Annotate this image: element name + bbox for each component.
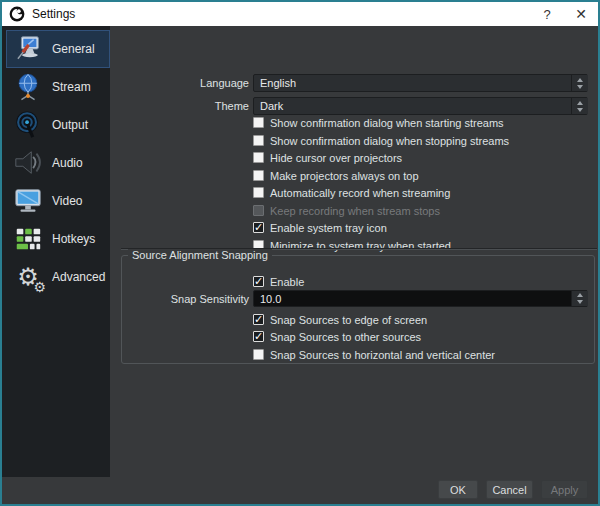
checkbox-snap-other-sources[interactable]: Snap Sources to other sources xyxy=(253,330,421,343)
obs-logo-icon xyxy=(9,6,25,22)
theme-label: Theme xyxy=(120,97,249,115)
chevron-up-icon xyxy=(577,293,583,297)
checkbox-auto-record-when-streaming[interactable]: Automatically record when streaming xyxy=(253,186,450,199)
sidebar-item-advanced[interactable]: ⚙ ⚙ Advanced xyxy=(6,258,110,296)
theme-select[interactable]: Dark xyxy=(253,97,588,115)
checkbox-indicator[interactable] xyxy=(253,135,264,146)
titlebar: Settings ? ✕ xyxy=(2,2,598,26)
sidebar-item-video[interactable]: Video xyxy=(6,182,110,220)
window-title: Settings xyxy=(32,7,75,21)
checkbox-confirm-start-stream[interactable]: Show confirmation dialog when starting s… xyxy=(253,116,504,129)
checkbox-snapping-enable[interactable]: Enable xyxy=(253,275,304,288)
snap-sensitivity-input[interactable] xyxy=(253,290,588,307)
checkbox-indicator[interactable] xyxy=(253,349,264,360)
sidebar-item-label: Advanced xyxy=(52,270,105,284)
ok-button[interactable]: OK xyxy=(438,480,478,499)
checkbox-indicator[interactable] xyxy=(253,222,264,233)
language-label: Language xyxy=(120,74,249,92)
content-area: General Stream xyxy=(2,26,598,504)
checkbox-label: Hide cursor over projectors xyxy=(270,152,402,164)
checkbox-label: Keep recording when stream stops xyxy=(270,205,440,217)
checkbox-projectors-on-top[interactable]: Make projectors always on top xyxy=(253,169,419,182)
sidebar-item-output[interactable]: Output xyxy=(6,106,110,144)
checkbox-confirm-stop-stream[interactable]: Show confirmation dialog when stopping s… xyxy=(253,134,509,147)
apply-button[interactable]: Apply xyxy=(541,480,588,499)
snap-sensitivity-value[interactable] xyxy=(260,292,567,307)
keyboard-icon xyxy=(13,224,43,254)
chevron-up-icon xyxy=(577,78,583,82)
checkbox-label: Show confirmation dialog when starting s… xyxy=(270,117,504,129)
cancel-button[interactable]: Cancel xyxy=(486,480,533,499)
snap-sensitivity-label: Snap Sensitivity xyxy=(120,290,249,308)
checkbox-keep-recording-stream-stops: Keep recording when stream stops xyxy=(253,204,440,217)
monitor-wrench-icon xyxy=(13,34,43,64)
checkbox-indicator xyxy=(253,205,264,216)
sidebar-item-audio[interactable]: Audio xyxy=(6,144,110,182)
chevron-down-icon xyxy=(577,300,583,304)
close-button[interactable]: ✕ xyxy=(564,2,598,26)
checkbox-hide-cursor-projectors[interactable]: Hide cursor over projectors xyxy=(253,151,402,164)
language-select[interactable]: English xyxy=(253,74,588,92)
group-title: Source Alignment Snapping xyxy=(128,249,272,261)
checkbox-indicator[interactable] xyxy=(253,152,264,163)
chevron-up-icon xyxy=(577,101,583,105)
sidebar-item-label: Audio xyxy=(52,156,83,170)
speaker-icon xyxy=(13,148,43,178)
globe-antenna-icon xyxy=(13,72,43,102)
checkbox-indicator[interactable] xyxy=(253,276,264,287)
checkbox-label: Automatically record when streaming xyxy=(270,187,450,199)
checkbox-indicator[interactable] xyxy=(253,331,264,342)
sidebar-item-label: General xyxy=(52,42,95,56)
theme-select-spinner[interactable] xyxy=(571,98,588,114)
gears-icon: ⚙ ⚙ xyxy=(13,262,43,292)
checkbox-enable-system-tray[interactable]: Enable system tray icon xyxy=(253,221,387,234)
checkbox-label: Snap Sources to edge of screen xyxy=(270,314,427,326)
checkbox-label: Make projectors always on top xyxy=(270,170,419,182)
checkbox-indicator[interactable] xyxy=(253,314,264,325)
settings-window: Settings ? ✕ xyxy=(0,0,600,506)
settings-category-list: General Stream xyxy=(2,26,110,477)
sidebar-item-label: Output xyxy=(52,118,88,132)
checkbox-label: Enable xyxy=(270,276,304,288)
monitor-icon xyxy=(13,186,43,216)
sidebar-item-general[interactable]: General xyxy=(6,30,110,68)
checkbox-indicator[interactable] xyxy=(253,170,264,181)
checkbox-snap-horizontal-vertical-center[interactable]: Snap Sources to horizontal and vertical … xyxy=(253,348,495,361)
sidebar-item-label: Hotkeys xyxy=(52,232,95,246)
checkbox-indicator[interactable] xyxy=(253,117,264,128)
broadcast-icon xyxy=(13,110,43,140)
help-button[interactable]: ? xyxy=(530,2,564,26)
checkbox-minimize-to-tray[interactable]: Minimize to system tray when started xyxy=(253,239,451,252)
snap-sensitivity-spinner[interactable] xyxy=(571,291,588,306)
checkbox-label: Enable system tray icon xyxy=(270,222,387,234)
sidebar-item-hotkeys[interactable]: Hotkeys xyxy=(6,220,110,258)
sidebar-item-label: Video xyxy=(52,194,82,208)
checkbox-indicator[interactable] xyxy=(253,187,264,198)
chevron-down-icon xyxy=(577,108,583,112)
checkbox-label: Show confirmation dialog when stopping s… xyxy=(270,135,509,147)
sidebar-item-label: Stream xyxy=(52,80,91,94)
checkbox-snap-edge-of-screen[interactable]: Snap Sources to edge of screen xyxy=(253,313,427,326)
language-select-spinner[interactable] xyxy=(571,75,588,91)
sidebar-item-stream[interactable]: Stream xyxy=(6,68,110,106)
chevron-down-icon xyxy=(577,85,583,89)
checkbox-label: Snap Sources to horizontal and vertical … xyxy=(270,349,495,361)
checkbox-label: Snap Sources to other sources xyxy=(270,331,421,343)
